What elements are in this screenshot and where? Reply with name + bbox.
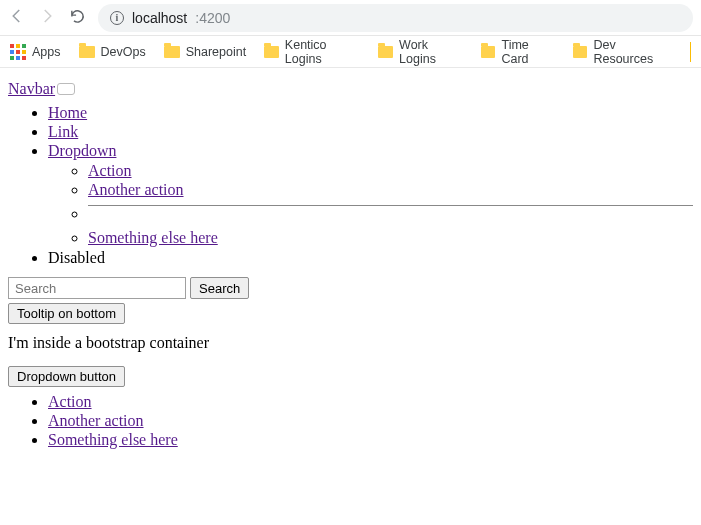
browser-toolbar: i localhost:4200 [0, 0, 701, 36]
nav-dropdown-item: Another action [88, 181, 693, 199]
dropdown-button-item: Another action [48, 412, 693, 430]
bookmarks-bar: Apps DevOpsSharepointKentico LoginsWork … [0, 36, 701, 68]
nav-link-link[interactable]: Link [48, 123, 78, 140]
apps-label: Apps [32, 45, 61, 59]
nav-item-link: Link [48, 123, 693, 141]
nav-link-disabled: Disabled [48, 249, 105, 266]
bookmark-item[interactable]: Sharepoint [164, 45, 246, 59]
nav-dropdown-item: Action [88, 162, 693, 180]
page-viewport: Navbar Home Link Dropdown Action Another… [0, 68, 701, 458]
nav-dropdown-item: Something else here [88, 229, 693, 247]
container-text: I'm inside a bootstrap container [8, 334, 693, 352]
folder-icon [164, 46, 180, 58]
dropdown-button-menu: Action Another action Something else her… [8, 393, 693, 449]
bookmark-item[interactable]: DevOps [79, 45, 146, 59]
bookmark-label: Kentico Logins [285, 38, 360, 66]
apps-shortcut[interactable]: Apps [10, 44, 61, 60]
folder-icon [378, 46, 393, 58]
nav-dropdown-link-another[interactable]: Another action [88, 181, 184, 198]
forward-icon[interactable] [38, 7, 56, 28]
nav-dropdown-link-action[interactable]: Action [88, 162, 132, 179]
navbar-nav-list: Home Link Dropdown Action Another action… [8, 104, 693, 267]
dropdown-button-item: Action [48, 393, 693, 411]
nav-item-disabled: Disabled [48, 249, 693, 267]
folder-icon [481, 46, 496, 58]
navbar-toggler-icon[interactable] [57, 83, 75, 95]
dropdown-button-link-another[interactable]: Another action [48, 412, 144, 429]
bookmarks-overflow-divider [690, 42, 691, 62]
bookmark-label: Time Card [501, 38, 554, 66]
url-port: :4200 [195, 10, 230, 26]
nav-link-home[interactable]: Home [48, 104, 87, 121]
bookmark-item[interactable]: Dev Resources [573, 38, 672, 66]
bookmark-label: DevOps [101, 45, 146, 59]
bookmark-item[interactable]: Kentico Logins [264, 38, 360, 66]
address-bar[interactable]: i localhost:4200 [98, 4, 693, 32]
bookmark-label: Work Logins [399, 38, 463, 66]
search-form: Search [8, 277, 693, 299]
bookmark-label: Sharepoint [186, 45, 246, 59]
search-input[interactable] [8, 277, 186, 299]
search-button[interactable]: Search [190, 277, 249, 299]
nav-item-home: Home [48, 104, 693, 122]
folder-icon [573, 46, 588, 58]
folder-icon [264, 46, 279, 58]
apps-icon [10, 44, 26, 60]
dropdown-button-item: Something else here [48, 431, 693, 449]
bookmark-label: Dev Resources [593, 38, 672, 66]
nav-dropdown-link-something[interactable]: Something else here [88, 229, 218, 246]
nav-dropdown-divider [88, 205, 693, 223]
back-icon[interactable] [8, 7, 26, 28]
site-info-icon[interactable]: i [110, 11, 124, 25]
bookmark-item[interactable]: Work Logins [378, 38, 462, 66]
nav-dropdown-menu: Action Another action Something else her… [48, 162, 693, 247]
tooltip-bottom-button[interactable]: Tooltip on bottom [8, 303, 125, 324]
folder-icon [79, 46, 95, 58]
bookmark-item[interactable]: Time Card [481, 38, 555, 66]
nav-link-dropdown[interactable]: Dropdown [48, 142, 116, 159]
navbar-brand-row: Navbar [8, 80, 693, 98]
dropdown-button[interactable]: Dropdown button [8, 366, 125, 387]
dropdown-button-link-action[interactable]: Action [48, 393, 92, 410]
nav-item-dropdown: Dropdown Action Another action Something… [48, 142, 693, 247]
dropdown-button-link-something[interactable]: Something else here [48, 431, 178, 448]
navbar-brand-link[interactable]: Navbar [8, 80, 55, 97]
url-host: localhost [132, 10, 187, 26]
reload-icon[interactable] [68, 8, 86, 28]
